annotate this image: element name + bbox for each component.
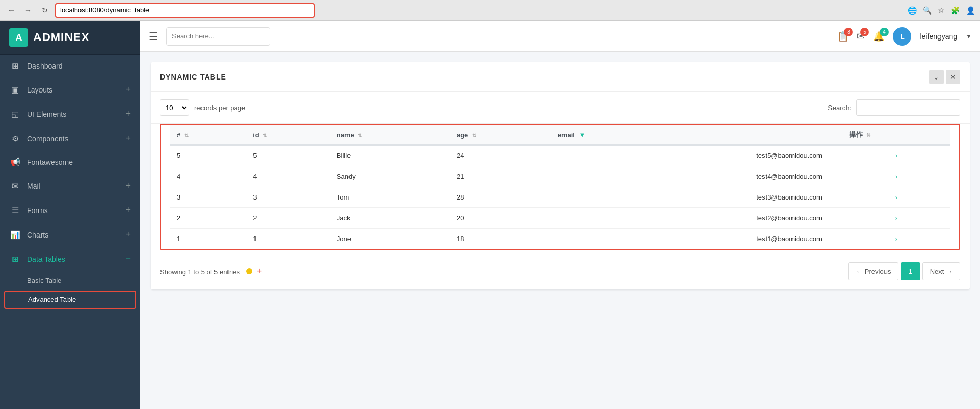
sidebar-item-layouts[interactable]: ▣ Layouts +	[0, 77, 140, 102]
cell-id: 2	[247, 208, 330, 229]
per-page-label: records per page	[194, 104, 245, 112]
mail-badge: 5	[860, 28, 869, 36]
cell-name: Jack	[330, 208, 450, 229]
sidebar-item-ui-elements[interactable]: ◱ UI Elements +	[0, 102, 140, 126]
sidebar-item-label: Fontawesome	[27, 158, 131, 166]
forward-button[interactable]: →	[22, 4, 34, 17]
email-filter-icon[interactable]: ▼	[579, 131, 586, 139]
table-body: 5 5 Billie 24 test5@baomidou.com › 4 4 S…	[170, 145, 950, 249]
minus-icon: −	[125, 254, 131, 265]
forms-icon: ☰	[9, 206, 21, 215]
table-header-row: # ⇅ id ⇅ name ⇅ age ⇅ email ▼ 操作 ⇅	[170, 125, 950, 145]
cell-email: test1@baomidou.com	[552, 229, 843, 249]
fontawesome-icon: 📢	[9, 157, 21, 167]
sort-icon[interactable]: ⇅	[866, 132, 870, 138]
sidebar-item-mail[interactable]: ✉ Mail +	[0, 174, 140, 198]
table-footer: Showing 1 to 5 of 5 entries + ← Previous…	[151, 257, 970, 289]
basic-table-label: Basic Table	[27, 276, 61, 284]
cell-id: 3	[247, 187, 330, 208]
back-button[interactable]: ←	[5, 4, 18, 17]
sidebar-item-dashboard[interactable]: ⊞ Dashboard	[0, 55, 140, 77]
sidebar-item-components[interactable]: ⚙ Components +	[0, 126, 140, 151]
per-page-select[interactable]: 10 25 50 100	[160, 99, 189, 116]
messages-button[interactable]: 📋 8	[837, 31, 849, 42]
cell-name: Billie	[330, 145, 450, 166]
page-1-button[interactable]: 1	[901, 262, 920, 280]
avatar: L	[893, 27, 911, 46]
sidebar-item-forms[interactable]: ☰ Forms +	[0, 198, 140, 222]
col-name: name ⇅	[330, 125, 450, 145]
table-search-input[interactable]	[856, 99, 960, 116]
user-name: leifengyang	[920, 32, 957, 41]
cell-num: 2	[170, 208, 247, 229]
search-label: Search:	[828, 104, 851, 112]
data-table: # ⇅ id ⇅ name ⇅ age ⇅ email ▼ 操作 ⇅ 5 5	[170, 125, 950, 249]
sidebar-item-fontawesome[interactable]: 📢 Fontawesome	[0, 151, 140, 174]
profile-icon: 👤	[966, 6, 975, 15]
header-search-input[interactable]	[166, 27, 270, 46]
header: ☰ 📋 8 ✉ 5 🔔 4 L leifengyang ▼	[140, 21, 980, 52]
plus-icon: +	[125, 180, 131, 191]
sidebar-logo: A ADMINEX	[0, 21, 140, 55]
cell-id: 4	[247, 166, 330, 187]
prev-button[interactable]: ← Previous	[848, 262, 898, 280]
sidebar-item-basic-table[interactable]: Basic Table	[0, 271, 140, 289]
plus-icon: +	[125, 84, 131, 95]
sidebar-item-label: UI Elements	[27, 110, 125, 118]
cell-action[interactable]: ›	[843, 166, 950, 187]
dashboard-icon: ⊞	[9, 61, 21, 71]
plus-icon: +	[125, 109, 131, 120]
showing-info: Showing 1 to 5 of 5 entries +	[160, 266, 262, 277]
sidebar-item-label: Dashboard	[27, 62, 131, 70]
plus-icon: +	[125, 205, 131, 216]
url-bar[interactable]	[55, 3, 315, 18]
sort-icon[interactable]: ⇅	[263, 133, 267, 138]
sidebar-item-label: Forms	[27, 206, 125, 215]
sidebar-item-advanced-table[interactable]: Advanced Table	[4, 291, 136, 309]
sidebar-item-label: Charts	[27, 231, 125, 239]
components-icon: ⚙	[9, 134, 21, 143]
cell-email: test2@baomidou.com	[552, 208, 843, 229]
hamburger-button[interactable]: ☰	[149, 30, 158, 43]
ui-elements-icon: ◱	[9, 110, 21, 119]
cell-action[interactable]: ›	[843, 187, 950, 208]
col-num: # ⇅	[170, 125, 247, 145]
card-header-actions: ⌄ ✕	[929, 70, 960, 84]
sort-icon[interactable]: ⇅	[358, 133, 362, 138]
col-id: id ⇅	[247, 125, 330, 145]
cell-id: 5	[247, 145, 330, 166]
header-right: 📋 8 ✉ 5 🔔 4 L leifengyang ▼	[837, 27, 972, 46]
next-button[interactable]: Next →	[922, 262, 960, 280]
sidebar-item-data-tables[interactable]: ⊞ Data Tables −	[0, 247, 140, 271]
cell-action[interactable]: ›	[843, 208, 950, 229]
mail-icon: ✉	[9, 181, 21, 191]
yellow-dot	[246, 268, 252, 274]
close-button[interactable]: ✕	[946, 70, 960, 84]
refresh-button[interactable]: ↻	[38, 4, 51, 17]
cell-age: 21	[450, 166, 552, 187]
right-panel: ☰ 📋 8 ✉ 5 🔔 4 L leifengyang ▼	[140, 21, 980, 409]
add-row-button[interactable]: +	[257, 266, 262, 276]
mail-button[interactable]: ✉ 5	[857, 31, 865, 42]
sort-icon[interactable]: ⇅	[184, 133, 189, 138]
cell-action[interactable]: ›	[843, 145, 950, 166]
collapse-button[interactable]: ⌄	[929, 70, 944, 84]
bell-button[interactable]: 🔔 4	[873, 31, 884, 42]
sidebar-nav: ⊞ Dashboard ▣ Layouts + ◱ UI Elements + …	[0, 55, 140, 409]
cell-name: Tom	[330, 187, 450, 208]
cell-action[interactable]: ›	[843, 229, 950, 249]
app-container: A ADMINEX ⊞ Dashboard ▣ Layouts + ◱ UI E…	[0, 21, 980, 409]
cell-email: test5@baomidou.com	[552, 145, 843, 166]
cell-age: 18	[450, 229, 552, 249]
sort-icon[interactable]: ⇅	[472, 133, 476, 138]
table-row: 1 1 Jone 18 test1@baomidou.com ›	[170, 229, 950, 249]
table-row: 5 5 Billie 24 test5@baomidou.com ›	[170, 145, 950, 166]
sidebar-item-charts[interactable]: 📊 Charts +	[0, 222, 140, 247]
table-row: 4 4 Sandy 21 test4@baomidou.com ›	[170, 166, 950, 187]
browser-actions: 🌐 🔍 ☆ 🧩 👤	[908, 6, 975, 15]
showing-text: Showing 1 to 5 of 5 entries	[160, 268, 240, 276]
table-controls: 10 25 50 100 records per page Search:	[151, 92, 970, 124]
cell-num: 4	[170, 166, 247, 187]
col-action: 操作 ⇅	[843, 125, 950, 145]
sidebar-item-label: Layouts	[27, 86, 125, 94]
